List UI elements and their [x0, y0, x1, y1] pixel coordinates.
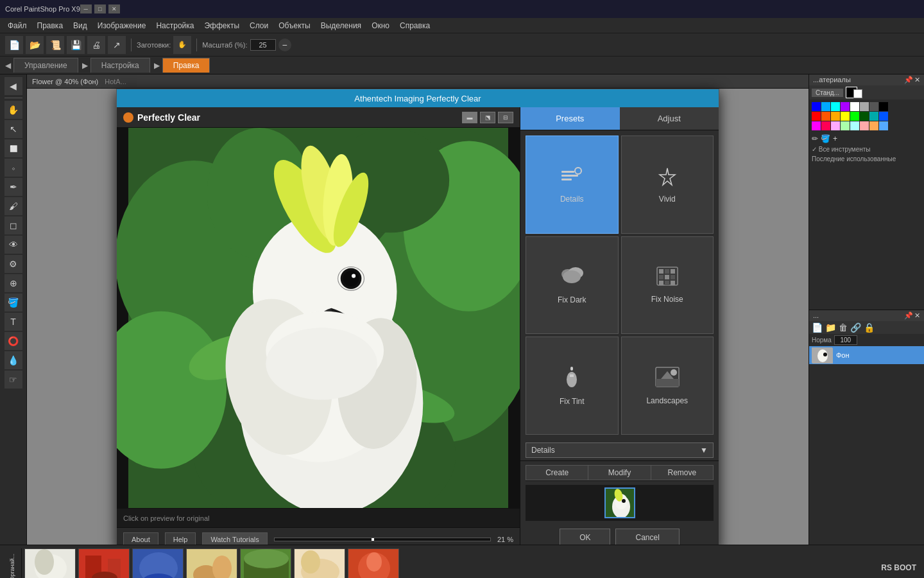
menu-edit[interactable]: Правка [32, 20, 69, 31]
group-icon[interactable]: 📁 [825, 322, 836, 333]
swatch-ltpink[interactable] [831, 121, 840, 130]
swatch-ltblue[interactable] [821, 102, 830, 111]
link-icon[interactable]: 🔗 [850, 322, 861, 333]
swatch-cyan[interactable] [831, 102, 840, 111]
swatch-ltgreen[interactable] [841, 121, 850, 130]
menu-layers[interactable]: Слои [244, 20, 273, 31]
swatch-magenta[interactable] [812, 121, 821, 130]
scroll-btn[interactable]: 📜 [46, 36, 64, 54]
view-single[interactable]: ▬ [462, 112, 477, 123]
tab-adjust[interactable]: Adjust [620, 107, 719, 130]
swatch-salmon[interactable] [860, 121, 869, 130]
layer-item-background[interactable]: Фон [809, 346, 924, 364]
draw-tool[interactable]: ✒ [4, 178, 22, 196]
filmstrip-thumb-4[interactable] [186, 548, 237, 579]
menu-objects[interactable]: Объекты [273, 20, 316, 31]
pan-tool[interactable]: ✋ [4, 101, 22, 119]
delete-layer-icon[interactable]: 🗑 [839, 322, 848, 333]
swatch-dkgreen[interactable] [860, 112, 869, 121]
preset-fix-noise[interactable]: Fix Noise [621, 236, 714, 335]
lock-icon[interactable]: 🔒 [864, 322, 875, 333]
menu-view[interactable]: Вид [68, 20, 92, 31]
swatch-green[interactable] [850, 112, 859, 121]
fill-tool[interactable]: 🪣 [4, 293, 22, 311]
preset-landscapes[interactable]: Landscapes [621, 337, 714, 435]
pencil-icon[interactable]: ✏ [812, 134, 818, 143]
about-button[interactable]: About [123, 532, 158, 545]
swatch-ltcyan[interactable] [850, 121, 859, 130]
clone-tool[interactable]: ⊕ [4, 274, 22, 292]
menu-selections[interactable]: Выделения [316, 20, 366, 31]
ok-button[interactable]: OK [560, 529, 610, 545]
print-btn[interactable]: 🖨 [87, 36, 105, 54]
swatch-orange[interactable] [831, 112, 840, 121]
brush-tool[interactable]: 🖌 [4, 197, 22, 215]
open-btn[interactable]: 📂 [26, 36, 44, 54]
eraser-tool[interactable]: ◻ [4, 216, 22, 234]
view-split-v[interactable]: ⬔ [480, 112, 495, 123]
manage-create[interactable]: Create [526, 465, 588, 480]
filmstrip-thumb-1[interactable] [24, 548, 76, 579]
arrow-collapse-btn[interactable]: ◀ [4, 77, 22, 95]
preset-fix-dark[interactable]: Fix Dark [526, 236, 619, 335]
menu-image[interactable]: Изображение [92, 20, 151, 31]
menu-effects[interactable]: Эффекты [199, 20, 244, 31]
panel-pin-icon[interactable]: 📌 [904, 76, 913, 84]
swatch-sky[interactable] [879, 121, 888, 130]
swatch-black[interactable] [879, 102, 888, 111]
manage-modify[interactable]: Modify [588, 465, 651, 480]
save-btn[interactable]: 💾 [67, 36, 85, 54]
view-split-h[interactable]: ⊟ [498, 112, 513, 123]
deform-tool[interactable]: ⬦ [4, 159, 22, 177]
cancel-button[interactable]: Cancel [615, 529, 679, 545]
swatch-yellow[interactable] [841, 112, 850, 121]
new-layer-icon[interactable]: 📄 [812, 322, 823, 333]
opacity-input[interactable]: 100 [834, 335, 857, 345]
minimize-button[interactable]: ─ [80, 4, 92, 13]
share-btn[interactable]: ↗ [108, 36, 126, 54]
layers-close-icon[interactable]: ✕ [914, 311, 920, 320]
preset-vivid[interactable]: Vivid [621, 136, 714, 234]
filmstrip-thumb-5[interactable] [240, 548, 291, 579]
tab-settings[interactable]: Настройка [90, 58, 150, 73]
menu-window[interactable]: Окно [366, 20, 395, 31]
organizer-tab[interactable]: Органай... [3, 548, 22, 579]
menu-file[interactable]: Файл [3, 20, 32, 31]
close-button[interactable]: ✕ [108, 4, 120, 13]
panel-close-icon[interactable]: ✕ [914, 76, 920, 84]
swatch-pink[interactable] [821, 121, 830, 130]
preset-details[interactable]: Details [526, 136, 619, 234]
select-tool[interactable]: ↖ [4, 120, 22, 138]
swatch-dkgray[interactable] [869, 102, 878, 111]
help-button[interactable]: Help [165, 532, 196, 545]
smudge-tool[interactable]: ☞ [4, 371, 22, 389]
bg-color-swatch[interactable] [853, 89, 862, 98]
zoom-minus-btn[interactable]: − [278, 39, 291, 51]
maximize-button[interactable]: □ [94, 4, 106, 13]
bucket-icon[interactable]: 🪣 [821, 134, 830, 143]
tab-edit[interactable]: Правка [162, 58, 210, 73]
swatch-peach[interactable] [869, 121, 878, 130]
menu-help[interactable]: Справка [395, 20, 435, 31]
menu-settings[interactable]: Настройка [151, 20, 199, 31]
swatch-teal[interactable] [869, 112, 878, 121]
zoom-slider[interactable] [274, 538, 491, 541]
tab-manage[interactable]: Управление [13, 58, 78, 73]
scale-input[interactable]: 25 [250, 39, 276, 51]
layers-pin-icon[interactable]: 📌 [904, 311, 913, 320]
shape-tool[interactable]: ⭕ [4, 332, 22, 350]
filmstrip-thumb-7[interactable] [348, 548, 399, 579]
eye-tool[interactable]: 👁 [4, 236, 22, 254]
swatch-ltgray[interactable] [860, 102, 869, 111]
filmstrip-thumb-2[interactable] [78, 548, 130, 579]
swatch-white[interactable] [850, 102, 859, 111]
preset-dropdown[interactable]: Details ▼ [526, 442, 714, 458]
style-dropdown[interactable]: Станд... [812, 89, 843, 97]
color-picker-tool[interactable]: 💧 [4, 351, 22, 369]
preset-btn[interactable]: ✋ [173, 36, 191, 54]
filmstrip-thumb-3[interactable] [132, 548, 184, 579]
tab-presets[interactable]: Presets [520, 107, 620, 130]
swatch-blue2[interactable] [879, 112, 888, 121]
swatch-purple[interactable] [841, 102, 850, 111]
swatch-orange-red[interactable] [821, 112, 830, 121]
